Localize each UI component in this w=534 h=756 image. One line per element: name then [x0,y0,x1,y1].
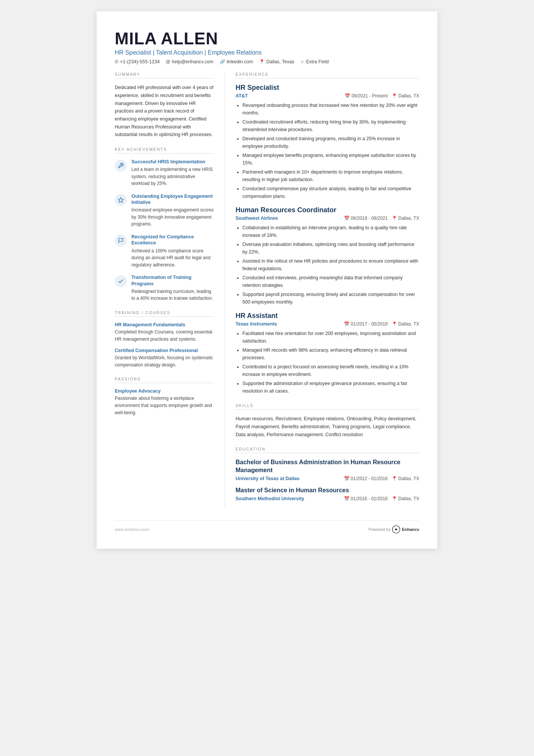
contact-email: @ help@enhancv.com [166,59,214,64]
summary-label: SUMMARY [115,72,214,78]
bullet: Developed and conducted training program… [242,135,419,150]
job-bullets-3: Facilitated new hire orientation for ove… [236,330,419,395]
bullet: Collaborated in establishing an intervie… [242,224,419,239]
achievement-icon-engagement [115,194,127,206]
training-item: Certified Compensation Professional Gran… [115,348,214,368]
job-bullets-1: Revamped onboarding process that increas… [236,102,419,200]
svg-marker-0 [118,197,123,202]
bullet: Oversaw job evaluation initiatives, opti… [242,241,419,256]
extra-icon: ☆ [300,59,304,64]
job-entry: HR Assistant Texas Instruments 📅 01/2017… [236,312,419,395]
edu-meta-1: University of Texas at Dallas 📅 01/2012 … [236,476,419,481]
training-desc-1: Completed through Coursera, covering ess… [115,329,214,343]
bullet: Supported the administration of employee… [242,380,419,395]
job-entry: Human Resources Coordinator Southwest Ai… [236,206,419,306]
job-meta-3: Texas Instruments 📅 01/2017 - 05/2019 📍 … [236,321,419,327]
left-column: SUMMARY Dedicated HR professional with o… [115,72,225,506]
flag-icon [118,238,124,244]
training-item: HR Management Fundamentals Completed thr… [115,322,214,343]
job-bullets-2: Collaborated in establishing an intervie… [236,224,419,306]
training-label: TRAINING / COURSES [115,310,214,317]
achievement-item: Transformation of Training Programs Rede… [115,274,214,302]
job-title-1: HR Specialist [236,84,419,92]
main-layout: SUMMARY Dedicated HR professional with o… [115,72,419,506]
bullet: Conducted exit interviews, providing mea… [242,274,419,289]
contact-phone: ✆ +1-(234)-555-1234 [115,59,160,64]
job-entry: HR Specialist AT&T 📅 09/2021 - Present 📍… [236,84,419,200]
brand-name: Enhancv [402,527,419,532]
star-icon [118,197,124,203]
footer-website: www.enhancv.com [115,527,149,532]
header: MILA ALLEN HR Specialist | Talent Acquis… [115,30,419,64]
edu-degree-1: Bachelor of Business Administration in H… [236,459,419,474]
bullet: Coordinated recruitment efforts, reducin… [242,118,419,133]
contact-linkedin: 🔗 linkedin.com [220,59,253,64]
experience-label: EXPERIENCE [236,72,419,78]
bullet: Supported payroll processing, ensuring t… [242,291,419,306]
edu-school-1: University of Texas at Dallas [236,476,300,481]
edu-degree-2: Master of Science in Human Resources [236,487,419,495]
footer-brand: Powered by Enhancv [368,525,419,534]
bullet: Managed employee benefits programs, enha… [242,152,419,167]
job-dates-3: 📅 01/2017 - 05/2019 📍 Dallas, TX [344,321,419,327]
edu-dates-2: 📅 01/2016 - 01/2018 📍 Dallas, TX [344,496,419,501]
passions-label: PASSIONS [115,377,214,383]
bullet: Revamped onboarding process that increas… [242,102,419,117]
phone-icon: ✆ [115,59,119,64]
job-company-2: Southwest Airlines [236,216,278,221]
training-title-2: Certified Compensation Professional [115,348,214,353]
achievement-title-1: Successful HRIS Implementation [131,159,214,165]
bullet: Contributed to a project focused on asse… [242,363,419,378]
achievement-icon-hris [115,160,127,172]
education-entry: Bachelor of Business Administration in H… [236,459,419,481]
tool-icon [118,163,124,169]
achievement-title-3: Recognized for Compliance Excellence [131,234,214,246]
job-meta-1: AT&T 📅 09/2021 - Present 📍 Dallas, TX [236,93,419,99]
candidate-title: HR Specialist | Talent Acquisition | Emp… [115,49,419,56]
achievement-item: Outstanding Employee Engagement Initiati… [115,193,214,228]
enhancv-logo-icon [392,525,400,534]
location-icon: 📍 [259,59,265,64]
powered-by-text: Powered by [368,527,390,532]
contact-bar: ✆ +1-(234)-555-1234 @ help@enhancv.com 🔗… [115,59,419,64]
education-entry: Master of Science in Human Resources Sou… [236,487,419,501]
achievement-desc-3: Achieved a 100% compliance score during … [131,247,214,269]
bullet: Facilitated new hire orientation for ove… [242,330,419,345]
job-dates-1: 📅 09/2021 - Present 📍 Dallas, TX [345,93,419,99]
edu-school-2: Southern Methodist University [236,496,304,501]
passion-desc-1: Passionate about fostering a workplace e… [115,395,214,416]
skills-text: Human resources, Recruitment, Employee r… [236,415,419,438]
job-dates-2: 📅 06/2019 - 08/2021 📍 Dallas, TX [344,216,419,221]
edu-meta-2: Southern Methodist University 📅 01/2016 … [236,496,419,501]
achievement-title-4: Transformation of Training Programs [131,274,214,287]
edu-dates-1: 📅 01/2012 - 01/2016 📍 Dallas, TX [344,476,419,481]
job-company-3: Texas Instruments [236,321,277,327]
achievement-item: Recognized for Compliance Excellence Ach… [115,234,214,268]
candidate-name: MILA ALLEN [115,30,419,48]
bullet: Managed HR records with 98% accuracy, en… [242,346,419,362]
passion-title-1: Employee Advocacy [115,388,214,394]
contact-location: 📍 Dallas, Texas [259,59,294,64]
check-icon [118,278,124,284]
bullet: Partnered with managers in 10+ departmen… [242,168,419,183]
job-title-3: HR Assistant [236,312,419,320]
bullet: Conducted comprehensive pay structure an… [242,185,419,200]
resume-page: MILA ALLEN HR Specialist | Talent Acquis… [97,11,437,549]
page-footer: www.enhancv.com Powered by Enhancv [115,520,419,534]
achievement-icon-compliance [115,235,127,247]
email-icon: @ [166,59,170,64]
achievement-item: Successful HRIS Implementation Led a tea… [115,159,214,187]
passion-item: Employee Advocacy Passionate about foste… [115,388,214,416]
job-title-2: Human Resources Coordinator [236,206,419,214]
achievements-label: KEY ACHIEVEMENTS [115,147,214,153]
right-column: EXPERIENCE HR Specialist AT&T 📅 09/2021 … [225,72,419,506]
achievement-desc-1: Led a team in implementing a new HRIS sy… [131,166,214,187]
achievement-desc-4: Redesigned training curriculum, leading … [131,288,214,302]
contact-extra: ☆ Extra Field [300,59,329,64]
education-label: EDUCATION [236,447,419,453]
achievement-title-2: Outstanding Employee Engagement Initiati… [131,193,214,206]
link-icon: 🔗 [220,59,225,64]
summary-text: Dedicated HR professional with over 4 ye… [115,84,214,138]
job-meta-2: Southwest Airlines 📅 06/2019 - 08/2021 📍… [236,216,419,221]
achievement-icon-training [115,275,127,287]
